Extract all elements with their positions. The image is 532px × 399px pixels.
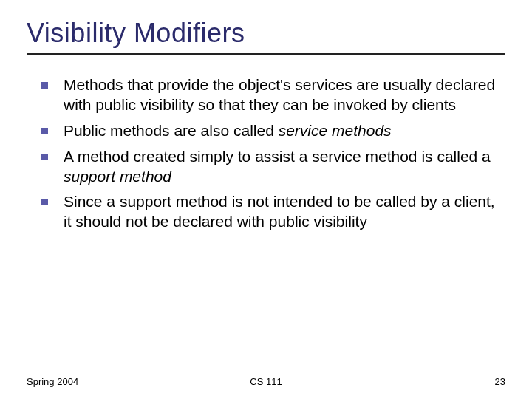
slide-title: Visibility Modifiers	[27, 18, 505, 49]
footer: Spring 2004 CS 111 23	[27, 376, 505, 387]
list-item: Methods that provide the object's servic…	[41, 75, 505, 115]
footer-right: 23	[495, 376, 505, 387]
list-item: Public methods are also called service m…	[41, 121, 505, 141]
bullet-list: Methods that provide the object's servic…	[27, 75, 505, 232]
footer-left: Spring 2004	[27, 376, 78, 387]
list-item: A method created simply to assist a serv…	[41, 147, 505, 187]
footer-center: CS 111	[250, 376, 282, 387]
slide: Visibility Modifiers Methods that provid…	[0, 0, 532, 232]
title-rule	[27, 53, 505, 55]
list-item: Since a support method is not intended t…	[41, 192, 505, 232]
